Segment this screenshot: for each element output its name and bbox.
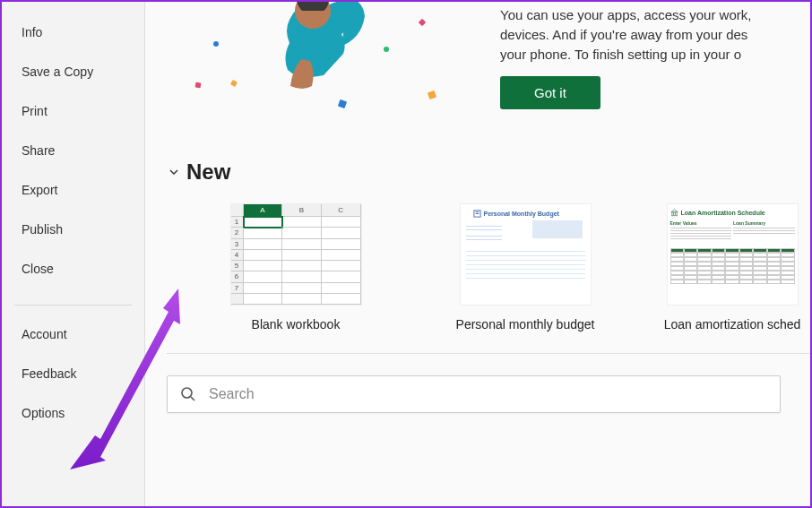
sidebar-item-feedback[interactable]: Feedback bbox=[2, 354, 144, 393]
template-label: Personal monthly budget bbox=[456, 317, 595, 331]
template-thumbnail: Personal Monthly Budget bbox=[461, 204, 591, 305]
document-icon bbox=[473, 210, 481, 218]
template-label: Blank workbook bbox=[252, 317, 341, 331]
sidebar-item-info[interactable]: Info bbox=[2, 13, 144, 52]
setup-banner: You can use your apps, access your work,… bbox=[160, 2, 810, 127]
svg-line-5 bbox=[191, 397, 194, 400]
template-thumbnail: Loan Amortization Schedule Enter Values bbox=[668, 204, 798, 305]
search-box[interactable] bbox=[167, 375, 781, 413]
banner-illustration bbox=[160, 2, 482, 127]
banner-text: You can use your apps, access your work,… bbox=[500, 5, 810, 64]
template-gallery: A B C 1 2 3 4 5 6 7 Blank bbox=[167, 204, 810, 331]
got-it-button[interactable]: Got it bbox=[500, 76, 600, 109]
backstage-sidebar: Info Save a Copy Print Share Export Publ… bbox=[2, 2, 145, 506]
new-section-header[interactable]: New bbox=[167, 159, 810, 185]
search-icon bbox=[180, 386, 196, 402]
sidebar-item-save-a-copy[interactable]: Save a Copy bbox=[2, 52, 144, 91]
section-divider bbox=[167, 353, 810, 354]
sidebar-item-print[interactable]: Print bbox=[2, 91, 144, 131]
template-label: Loan amortization sched bbox=[664, 317, 801, 331]
new-section: New A B C 1 2 3 4 5 bbox=[160, 159, 810, 331]
bank-icon bbox=[670, 209, 678, 217]
search-input[interactable] bbox=[209, 386, 767, 402]
confetti-icon bbox=[195, 82, 202, 89]
confetti-icon bbox=[213, 41, 219, 47]
sidebar-item-publish[interactable]: Publish bbox=[2, 210, 144, 249]
template-thumbnail: A B C 1 2 3 4 5 6 7 bbox=[231, 204, 361, 305]
main-panel: You can use your apps, access your work,… bbox=[145, 2, 810, 506]
template-personal-monthly-budget[interactable]: Personal Monthly Budget bbox=[427, 204, 624, 331]
sidebar-item-export[interactable]: Export bbox=[2, 170, 144, 210]
sidebar-item-options[interactable]: Options bbox=[2, 393, 144, 433]
chevron-down-icon bbox=[167, 165, 181, 179]
sidebar-item-close[interactable]: Close bbox=[2, 249, 144, 288]
new-section-title: New bbox=[186, 159, 230, 185]
sidebar-item-share[interactable]: Share bbox=[2, 131, 144, 170]
confetti-icon bbox=[384, 47, 389, 52]
sidebar-separator bbox=[14, 305, 132, 306]
sidebar-item-account[interactable]: Account bbox=[2, 314, 144, 354]
svg-point-4 bbox=[182, 388, 192, 398]
template-loan-amortization[interactable]: Loan Amortization Schedule Enter Values bbox=[656, 204, 808, 331]
template-blank-workbook[interactable]: A B C 1 2 3 4 5 6 7 Blank bbox=[197, 204, 394, 331]
